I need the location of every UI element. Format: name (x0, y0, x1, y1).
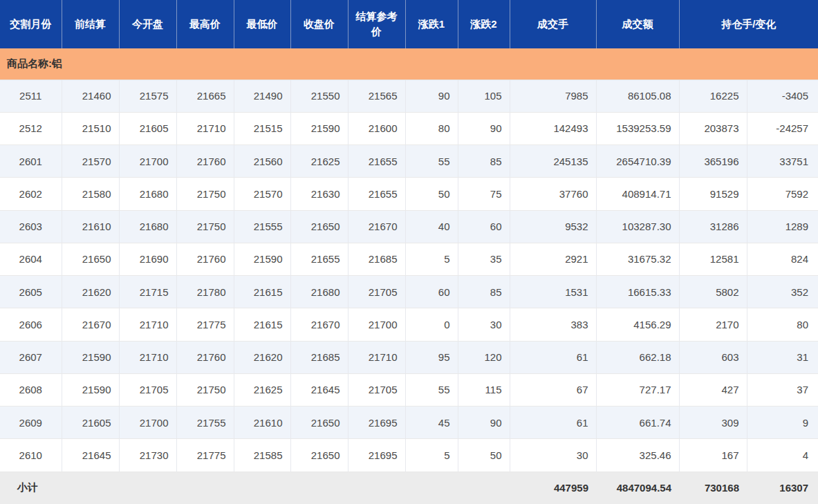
cell-oi-change: 4 (747, 439, 818, 472)
cell-delivery-month: 2602 (0, 178, 62, 210)
cell-change1: 90 (405, 80, 458, 112)
column-header-turnover: 成交额 (596, 0, 679, 48)
cell-oi-change: 80 (747, 308, 818, 341)
cell-open: 21575 (119, 80, 176, 112)
cell-settlement-ref: 21655 (348, 145, 405, 178)
cell-change2: 50 (458, 439, 510, 472)
cell-volume: 1531 (510, 276, 596, 308)
cell-volume: 30 (510, 439, 596, 472)
cell-prev-settlement: 21510 (62, 112, 119, 144)
table-row: 2601215702170021760215602162521655558524… (0, 145, 818, 178)
cell-change1: 40 (405, 210, 458, 243)
cell-high: 21760 (176, 145, 234, 178)
column-header-delivery-month: 交割月份 (0, 0, 62, 48)
cell-oi-change: -24257 (747, 112, 818, 144)
cell-change2: 105 (458, 80, 510, 112)
cell-oi-change: 9 (747, 407, 818, 439)
cell-turnover: 661.74 (596, 407, 679, 439)
cell-low: 21615 (234, 308, 290, 341)
cell-volume: 383 (510, 308, 596, 341)
cell-open-interest: 167 (679, 439, 747, 472)
cell-high: 21780 (176, 276, 234, 308)
table-row: 2602215802168021750215702163021655507537… (0, 178, 818, 210)
column-header-change2: 涨跌2 (458, 0, 510, 48)
cell-open: 21605 (119, 112, 176, 144)
cell-open-interest: 365196 (679, 145, 747, 178)
cell-low: 21615 (234, 276, 290, 308)
cell-open: 21715 (119, 276, 176, 308)
cell-close: 21645 (290, 373, 348, 406)
cell-delivery-month: 2610 (0, 439, 62, 472)
cell-volume: 9532 (510, 210, 596, 243)
cell-low: 21620 (234, 341, 290, 373)
cell-high: 21750 (176, 373, 234, 406)
cell-close: 21650 (290, 439, 348, 472)
commodity-name-row: 商品名称:铝 (0, 48, 818, 80)
cell-volume: 2921 (510, 243, 596, 275)
cell-turnover: 662.18 (596, 341, 679, 373)
cell-high: 21760 (176, 341, 234, 373)
cell-turnover: 727.17 (596, 373, 679, 406)
cell-change2: 75 (458, 178, 510, 210)
cell-open: 21680 (119, 210, 176, 243)
cell-open-interest: 309 (679, 407, 747, 439)
column-header-close: 收盘价 (290, 0, 348, 48)
cell-delivery-month: 2604 (0, 243, 62, 275)
cell-settlement-ref: 21655 (348, 178, 405, 210)
cell-open: 21710 (119, 341, 176, 373)
cell-delivery-month: 2512 (0, 112, 62, 144)
cell-oi-change: 1289 (747, 210, 818, 243)
subtotal-row: 小计4479594847094.5473016816307 (0, 472, 818, 504)
column-header-volume: 成交手 (510, 0, 596, 48)
cell-change1: 45 (405, 407, 458, 439)
cell-delivery-month: 2607 (0, 341, 62, 373)
cell-settlement-ref: 21685 (348, 243, 405, 275)
cell-close: 21650 (290, 210, 348, 243)
cell-volume: 142493 (510, 112, 596, 144)
cell-low: 21490 (234, 80, 290, 112)
cell-volume: 37760 (510, 178, 596, 210)
column-header-settlement-ref: 结算参考价 (348, 0, 405, 48)
column-header-low: 最低价 (234, 0, 290, 48)
cell-low: 21585 (234, 439, 290, 472)
cell-close: 21590 (290, 112, 348, 144)
cell-open-interest: 5802 (679, 276, 747, 308)
cell-low: 21625 (234, 373, 290, 406)
cell-prev-settlement: 21610 (62, 210, 119, 243)
cell-change1: 5 (405, 243, 458, 275)
cell-low: 21560 (234, 145, 290, 178)
cell-delivery-month: 2609 (0, 407, 62, 439)
table-row: 2607215902171021760216202168521710951206… (0, 341, 818, 373)
cell-delivery-month: 2603 (0, 210, 62, 243)
cell-close: 21680 (290, 276, 348, 308)
cell-high: 21775 (176, 439, 234, 472)
cell-prev-settlement: 21670 (62, 308, 119, 341)
table-row: 2605216202171521780216152168021705608515… (0, 276, 818, 308)
header-row: 交割月份前结算今开盘最高价最低价收盘价结算参考价涨跌1涨跌2成交手成交额持仓手/… (0, 0, 818, 48)
cell-open-interest: 16225 (679, 80, 747, 112)
cell-open-interest: 31286 (679, 210, 747, 243)
cell-open-interest: 91529 (679, 178, 747, 210)
cell-open: 21700 (119, 145, 176, 178)
subtotal-change: 16307 (747, 472, 818, 504)
table-row: 2604216502169021760215902165521685535292… (0, 243, 818, 275)
cell-prev-settlement: 21570 (62, 145, 119, 178)
cell-change2: 35 (458, 243, 510, 275)
cell-low: 21515 (234, 112, 290, 144)
cell-close: 21625 (290, 145, 348, 178)
cell-change2: 90 (458, 112, 510, 144)
table-body: 商品名称:铝2511214602157521665214902155021565… (0, 48, 818, 472)
cell-settlement-ref: 21705 (348, 276, 405, 308)
cell-close: 21550 (290, 80, 348, 112)
cell-turnover: 31675.32 (596, 243, 679, 275)
cell-change2: 85 (458, 145, 510, 178)
cell-volume: 67 (510, 373, 596, 406)
cell-open-interest: 2170 (679, 308, 747, 341)
cell-turnover: 408914.71 (596, 178, 679, 210)
cell-oi-change: 352 (747, 276, 818, 308)
cell-change2: 60 (458, 210, 510, 243)
cell-high: 21760 (176, 243, 234, 275)
cell-prev-settlement: 21645 (62, 439, 119, 472)
column-header-oi-and-change: 持仓手/变化 (679, 0, 818, 48)
cell-change2: 90 (458, 407, 510, 439)
